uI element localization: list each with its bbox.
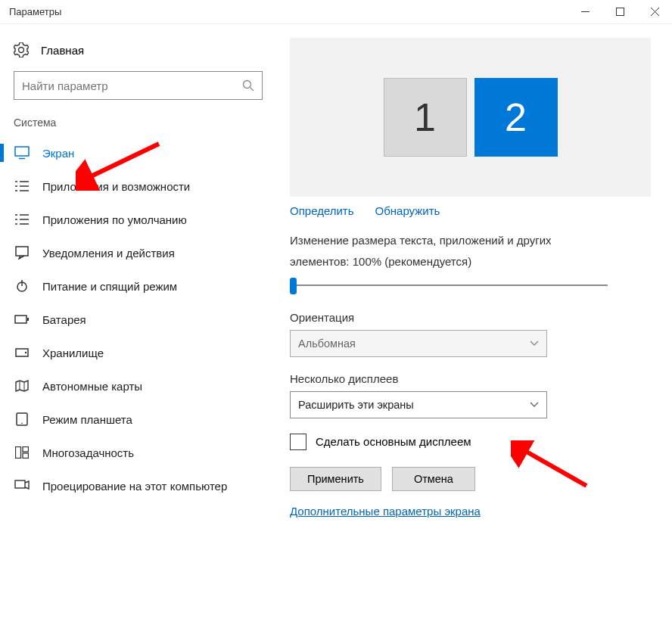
sidebar-item-storage[interactable]: Хранилище — [0, 336, 276, 369]
sidebar-item-label: Экран — [42, 147, 74, 160]
home-label: Главная — [41, 44, 84, 57]
monitor-2[interactable]: 2 — [474, 78, 558, 157]
sidebar-item-label: Автономные карты — [42, 380, 142, 393]
minimize-button[interactable] — [568, 0, 602, 24]
monitor-1[interactable]: 1 — [384, 78, 467, 157]
multitask-icon — [14, 444, 30, 461]
orientation-dropdown[interactable]: Альбомная — [290, 330, 547, 357]
detect-link[interactable]: Обнаружить — [375, 204, 440, 217]
search-input[interactable] — [22, 79, 242, 92]
notification-icon — [14, 244, 30, 261]
svg-rect-6 — [15, 147, 29, 156]
orientation-label: Ориентация — [290, 311, 651, 324]
orientation-value: Альбомная — [298, 337, 356, 350]
chevron-down-icon — [530, 402, 539, 408]
sidebar-item-multitask[interactable]: Многозадачность — [0, 436, 276, 469]
map-icon — [14, 378, 30, 394]
identify-link[interactable]: Определить — [290, 204, 354, 217]
battery-icon — [14, 311, 30, 328]
sidebar-item-default-apps[interactable]: Приложения по умолчанию — [0, 203, 276, 236]
sidebar-item-battery[interactable]: Батарея — [0, 303, 276, 336]
section-header: Система — [0, 113, 276, 136]
chevron-down-icon — [530, 340, 539, 347]
close-button[interactable] — [637, 0, 672, 24]
svg-point-30 — [21, 423, 23, 424]
svg-rect-24 — [27, 318, 29, 321]
svg-rect-34 — [15, 480, 25, 488]
sidebar-item-label: Проецирование на этот компьютер — [42, 480, 227, 493]
search-box[interactable] — [14, 71, 263, 100]
storage-icon — [14, 344, 30, 361]
multi-display-label: Несколько дисплеев — [290, 372, 651, 385]
power-icon — [14, 278, 30, 294]
sidebar-item-apps[interactable]: Приложения и возможности — [0, 169, 276, 203]
gear-icon — [14, 42, 29, 58]
titlebar: Параметры — [0, 0, 672, 24]
settings-list-icon — [14, 211, 30, 228]
monitor-icon — [14, 145, 30, 161]
primary-display-label: Сделать основным дисплеем — [316, 435, 471, 448]
scale-label-1: Изменение размера текста, приложений и д… — [290, 232, 651, 249]
window-title: Параметры — [9, 6, 61, 17]
apply-button[interactable]: Применить — [290, 467, 381, 491]
slider-thumb[interactable] — [290, 278, 297, 294]
sidebar-item-label: Многозадачность — [42, 446, 134, 459]
sidebar: Главная Система Экран Приложения и возмо… — [0, 24, 276, 625]
sidebar-item-power[interactable]: Питание и спящий режим — [0, 269, 276, 303]
svg-line-5 — [250, 88, 254, 92]
scale-slider[interactable] — [290, 278, 608, 293]
sidebar-item-notifications[interactable]: Уведомления и действия — [0, 236, 276, 269]
home-link[interactable]: Главная — [0, 38, 276, 71]
sidebar-item-label: Батарея — [42, 313, 86, 326]
sidebar-item-label: Питание и спящий режим — [42, 280, 177, 293]
svg-rect-1 — [616, 8, 624, 16]
display-arrangement[interactable]: 1 2 — [290, 38, 651, 197]
sidebar-item-label: Приложения по умолчанию — [42, 213, 187, 226]
multi-display-dropdown[interactable]: Расширить эти экраны — [290, 391, 547, 418]
sidebar-item-label: Хранилище — [42, 347, 104, 359]
svg-rect-20 — [16, 247, 28, 256]
search-icon — [242, 79, 254, 92]
svg-rect-32 — [23, 447, 29, 452]
svg-rect-23 — [15, 316, 26, 323]
sidebar-item-label: Уведомления и действия — [42, 247, 175, 260]
sidebar-item-label: Приложения и возможности — [42, 180, 190, 193]
main-panel: 1 2 Определить Обнаружить Изменение разм… — [276, 24, 672, 625]
project-icon — [14, 477, 30, 494]
sidebar-item-label: Режим планшета — [42, 413, 132, 426]
list-icon — [14, 178, 30, 194]
sidebar-item-tablet[interactable]: Режим планшета — [0, 403, 276, 436]
sidebar-item-projecting[interactable]: Проецирование на этот компьютер — [0, 469, 276, 502]
cancel-button[interactable]: Отмена — [392, 467, 475, 491]
svg-rect-31 — [16, 447, 21, 459]
svg-rect-33 — [23, 453, 29, 459]
scale-label-2: элементов: 100% (рекомендуется) — [290, 253, 651, 270]
sidebar-item-display[interactable]: Экран — [0, 136, 276, 169]
primary-display-checkbox[interactable]: Сделать основным дисплеем — [290, 434, 651, 450]
sidebar-item-maps[interactable]: Автономные карты — [0, 369, 276, 403]
multi-display-value: Расширить эти экраны — [298, 399, 414, 411]
advanced-display-link[interactable]: Дополнительные параметры экрана — [290, 505, 481, 518]
tablet-icon — [14, 411, 30, 428]
svg-point-26 — [25, 352, 26, 353]
maximize-button[interactable] — [602, 0, 637, 24]
svg-point-4 — [244, 81, 251, 89]
checkbox-box[interactable] — [290, 434, 306, 450]
